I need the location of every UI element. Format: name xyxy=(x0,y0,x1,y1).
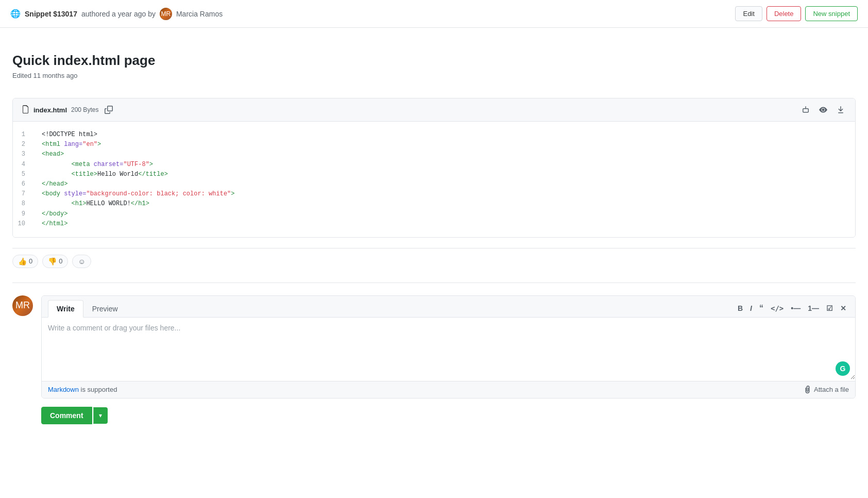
bold-button[interactable]: B xyxy=(735,302,745,314)
divider xyxy=(12,283,856,283)
table-row: 3 <head> xyxy=(13,150,855,159)
comment-footer: Markdown is supported Attach a file xyxy=(42,381,855,398)
table-row: 5 <title>Hello World</title> xyxy=(13,170,855,179)
line-code: <head> xyxy=(33,150,855,159)
table-row: 10 </html> xyxy=(13,219,855,229)
line-number: 1 xyxy=(13,130,33,140)
code-table: 1 <!DOCTYPE html> 2 <html lang="en"> 3 <… xyxy=(13,130,855,229)
comment-section: MR Write Preview B I “ </> •— 1— ☑ ✕ xyxy=(12,295,856,399)
new-snippet-button[interactable]: New snippet xyxy=(805,6,858,21)
write-tab[interactable]: Write xyxy=(48,300,83,318)
copy-icon xyxy=(105,106,113,114)
table-row: 7 <body style="background-color: black; … xyxy=(13,189,855,199)
preview-tab[interactable]: Preview xyxy=(83,300,127,318)
file-size: 200 Bytes xyxy=(71,106,98,113)
copy-button[interactable] xyxy=(103,104,115,116)
header-bar: 🌐 Snippet $13017 authored a year ago by … xyxy=(0,0,868,28)
code-button[interactable]: </> xyxy=(768,302,786,314)
author-name: Marcia Ramos xyxy=(176,10,223,18)
paperclip-icon xyxy=(804,386,812,394)
raw-button[interactable] xyxy=(799,104,812,116)
commenter-avatar: MR xyxy=(12,295,33,316)
avatar-img: MR xyxy=(160,8,172,20)
quote-button[interactable]: “ xyxy=(757,302,766,315)
line-number: 7 xyxy=(13,189,33,199)
file-header-right xyxy=(799,104,847,116)
comment-box: Write Preview B I “ </> •— 1— ☑ ✕ G xyxy=(41,295,856,399)
unordered-list-button[interactable]: •— xyxy=(788,302,803,314)
download-icon xyxy=(837,106,845,114)
line-number: 4 xyxy=(13,160,33,170)
raw-icon xyxy=(802,106,810,114)
snippet-title: Quick index.html page xyxy=(12,53,856,69)
view-icon xyxy=(819,106,827,114)
snippet-header: Quick index.html page Edited 11 months a… xyxy=(12,40,856,98)
comment-textarea[interactable] xyxy=(42,318,855,379)
markdown-supported-text: is supported xyxy=(79,386,117,393)
author-avatar: MR xyxy=(160,8,172,20)
line-number: 5 xyxy=(13,170,33,179)
table-row: 6 </head> xyxy=(13,179,855,189)
line-number: 3 xyxy=(13,150,33,159)
comment-toolbar: B I “ </> •— 1— ☑ ✕ xyxy=(735,302,849,315)
thumbs-down-icon: 👎 xyxy=(48,257,57,265)
snippet-edited: Edited 11 months ago xyxy=(12,72,856,79)
comment-submit-button[interactable]: Comment xyxy=(41,407,92,424)
line-number: 10 xyxy=(13,219,33,229)
thumbs-down-count: 0 xyxy=(59,257,62,265)
markdown-link[interactable]: Markdown xyxy=(48,386,79,393)
italic-button[interactable]: I xyxy=(747,302,755,314)
table-row: 8 <h1>HELLO WORLD!</h1> xyxy=(13,199,855,209)
line-code: </head> xyxy=(33,179,855,189)
reactions-bar: 👍 0 👎 0 ☺ xyxy=(12,248,856,274)
line-code: <body style="background-color: black; co… xyxy=(33,189,855,199)
line-code: <meta charset="UTF-8"> xyxy=(33,160,855,170)
download-button[interactable] xyxy=(835,104,847,116)
grammarly-icon: G xyxy=(836,361,850,376)
line-code: <html lang="en"> xyxy=(33,140,855,150)
markdown-note: Markdown is supported xyxy=(48,386,117,393)
thumbs-up-icon: 👍 xyxy=(18,257,27,265)
line-number: 6 xyxy=(13,179,33,189)
header-right: Edit Delete New snippet xyxy=(735,6,858,21)
submit-area: Comment ▾ xyxy=(12,399,856,433)
table-row: 4 <meta charset="UTF-8"> xyxy=(13,160,855,170)
comment-tabs-left: Write Preview xyxy=(48,300,127,317)
line-number: 9 xyxy=(13,209,33,219)
authored-text: authored a year ago by xyxy=(81,10,156,18)
line-code: <!DOCTYPE html> xyxy=(33,130,855,140)
fullscreen-button[interactable]: ✕ xyxy=(838,302,849,314)
line-number: 8 xyxy=(13,199,33,209)
line-code: </body> xyxy=(33,209,855,219)
attach-file-button[interactable]: Attach a file xyxy=(804,386,849,394)
view-button[interactable] xyxy=(817,104,829,116)
file-block: index.html 200 Bytes xyxy=(12,98,856,238)
comment-submit-dropdown[interactable]: ▾ xyxy=(93,407,108,424)
table-row: 9 </body> xyxy=(13,209,855,219)
file-header: index.html 200 Bytes xyxy=(13,98,855,122)
thumbs-up-button[interactable]: 👍 0 xyxy=(12,255,38,268)
file-icon xyxy=(21,105,29,115)
ordered-list-button[interactable]: 1— xyxy=(805,302,822,314)
file-name: index.html xyxy=(33,106,67,114)
line-code: <title>Hello World</title> xyxy=(33,170,855,179)
textarea-wrapper: G xyxy=(42,318,855,381)
code-block: 1 <!DOCTYPE html> 2 <html lang="en"> 3 <… xyxy=(13,122,855,237)
task-list-button[interactable]: ☑ xyxy=(824,302,836,314)
main-content: Quick index.html page Edited 11 months a… xyxy=(0,28,868,433)
edit-button[interactable]: Edit xyxy=(735,6,762,21)
thumbs-down-button[interactable]: 👎 0 xyxy=(42,255,68,268)
document-icon xyxy=(21,105,29,113)
attach-file-label: Attach a file xyxy=(814,386,849,393)
line-number: 2 xyxy=(13,140,33,150)
table-row: 2 <html lang="en"> xyxy=(13,140,855,150)
header-left: 🌐 Snippet $13017 authored a year ago by … xyxy=(10,8,223,20)
delete-button[interactable]: Delete xyxy=(767,6,802,21)
emoji-button[interactable]: ☺ xyxy=(72,255,91,268)
file-header-left: index.html 200 Bytes xyxy=(21,104,115,116)
table-row: 1 <!DOCTYPE html> xyxy=(13,130,855,140)
line-code: </html> xyxy=(33,219,855,229)
snippet-id: Snippet $13017 xyxy=(25,10,77,18)
line-code: <h1>HELLO WORLD!</h1> xyxy=(33,199,855,209)
thumbs-up-count: 0 xyxy=(29,257,32,265)
